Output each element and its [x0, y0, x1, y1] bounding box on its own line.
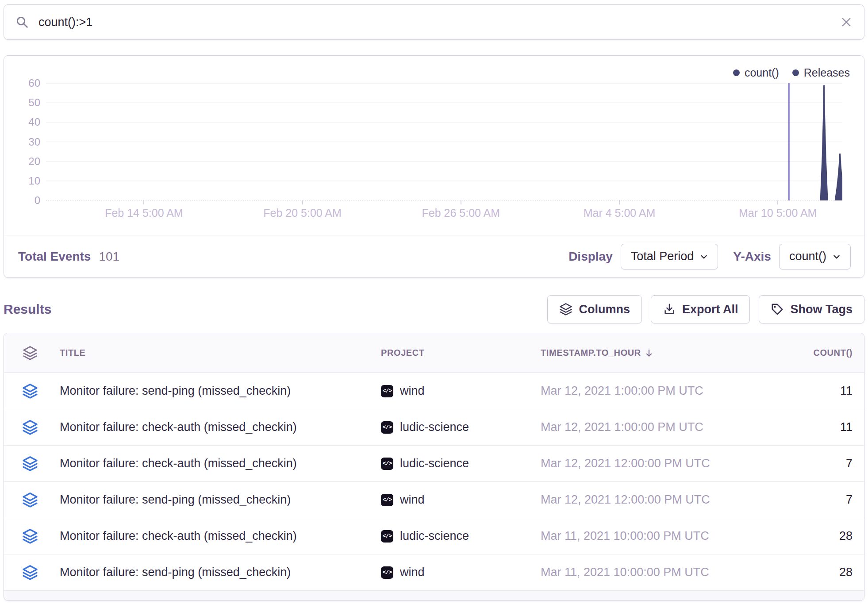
legend-item-releases[interactable]: Releases [792, 66, 850, 79]
y-axis-label: 60 [5, 77, 40, 89]
row-icon-cell [4, 528, 56, 544]
row-title-link[interactable]: Monitor failure: check-auth (missed_chec… [56, 529, 381, 543]
show-tags-button-label: Show Tags [790, 303, 853, 316]
table-header-icon-cell [4, 346, 56, 361]
x-axis-label: Mar 10 5:00 AM [739, 207, 817, 219]
discover-page: count():>1 count() Releases 010203040506… [0, 4, 868, 601]
row-project-cell: </> ludic-science [381, 420, 541, 434]
row-icon-cell [4, 419, 56, 435]
table-row[interactable]: Monitor failure: check-auth (missed_chec… [4, 446, 864, 482]
row-icon-cell [4, 492, 56, 508]
row-timestamp: Mar 11, 2021 10:00:00 PM UTC [541, 529, 740, 543]
column-header-timestamp-label: TIMESTAMP.TO_HOUR [541, 348, 641, 358]
sort-desc-arrow-icon [645, 349, 653, 358]
chart-canvas [46, 83, 842, 200]
project-platform-icon: </> [381, 494, 393, 506]
row-project-name: wind [400, 493, 425, 507]
chevron-down-icon [833, 253, 841, 261]
column-header-project[interactable]: PROJECT [381, 348, 541, 358]
row-title-link[interactable]: Monitor failure: check-auth (missed_chec… [56, 457, 381, 470]
stack-icon [22, 383, 38, 399]
row-project-name: ludic-science [400, 457, 469, 470]
columns-button[interactable]: Columns [547, 295, 642, 323]
column-header-timestamp[interactable]: TIMESTAMP.TO_HOUR [541, 348, 740, 358]
row-timestamp: Mar 12, 2021 12:00:00 PM UTC [541, 493, 740, 507]
total-events-value: 101 [99, 250, 119, 264]
row-title-link[interactable]: Monitor failure: send-ping (missed_check… [56, 384, 381, 398]
row-count: 7 [740, 457, 864, 470]
yaxis-dropdown[interactable]: count() [779, 244, 851, 269]
download-icon [663, 303, 676, 316]
table-row[interactable]: Monitor failure: send-ping (missed_check… [4, 482, 864, 518]
row-timestamp: Mar 12, 2021 1:00:00 PM UTC [541, 384, 740, 398]
yaxis-label: Y-Axis [733, 250, 771, 264]
tag-icon [771, 303, 784, 316]
search-input[interactable]: count():>1 [38, 15, 840, 29]
chevron-down-icon [700, 253, 708, 261]
row-title-link[interactable]: Monitor failure: send-ping (missed_check… [56, 566, 381, 579]
display-label: Display [568, 250, 613, 264]
row-project-cell: </> wind [381, 493, 541, 507]
table-body: Monitor failure: send-ping (missed_check… [4, 373, 864, 591]
row-project-name: wind [400, 566, 425, 579]
x-axis-label: Feb 14 5:00 AM [105, 207, 183, 219]
project-platform-icon: </> [381, 421, 393, 434]
column-header-count[interactable]: COUNT() [740, 348, 864, 358]
table-header-row: TITLE PROJECT TIMESTAMP.TO_HOUR COUNT() [4, 333, 864, 373]
legend-item-count[interactable]: count() [733, 66, 779, 79]
y-axis: 0102030405060 [4, 56, 40, 233]
table-row[interactable]: Monitor failure: send-ping (missed_check… [4, 554, 864, 591]
row-project-cell: </> ludic-science [381, 529, 541, 543]
yaxis-dropdown-value: count() [789, 250, 826, 263]
x-axis-tick [619, 200, 620, 204]
y-axis-label: 30 [5, 136, 40, 148]
stack-icon [22, 456, 38, 472]
row-project-cell: </> ludic-science [381, 457, 541, 470]
row-count: 28 [740, 529, 864, 543]
stack-icon [22, 565, 38, 581]
columns-button-label: Columns [579, 303, 630, 316]
legend-label-releases: Releases [804, 66, 850, 79]
row-project-name: ludic-science [400, 529, 469, 543]
export-all-button[interactable]: Export All [651, 295, 750, 323]
row-project-name: ludic-science [400, 420, 469, 434]
table-row[interactable]: Monitor failure: send-ping (missed_check… [4, 373, 864, 409]
row-timestamp: Mar 12, 2021 12:00:00 PM UTC [541, 457, 740, 470]
y-axis-label: 20 [5, 155, 40, 168]
project-platform-icon: </> [381, 458, 393, 470]
display-dropdown-value: Total Period [631, 250, 694, 263]
y-axis-label: 10 [5, 175, 40, 187]
row-project-name: wind [400, 384, 425, 398]
row-project-cell: </> wind [381, 566, 541, 579]
chart-footer: Total Events 101 Display Total Period Y-… [4, 235, 864, 277]
legend-dot-count [733, 69, 740, 76]
x-axis-tick [461, 200, 461, 204]
x-axis-tick [302, 200, 303, 204]
x-axis-label: Feb 26 5:00 AM [422, 207, 500, 219]
show-tags-button[interactable]: Show Tags [759, 295, 864, 323]
legend-label-count: count() [745, 66, 779, 79]
row-icon-cell [4, 383, 56, 399]
results-header: Results Columns Export All [4, 295, 864, 324]
clear-search-icon[interactable] [840, 16, 853, 28]
legend-dot-releases [792, 69, 799, 76]
display-dropdown[interactable]: Total Period [621, 244, 718, 269]
x-axis-tick [143, 200, 144, 204]
table-row[interactable]: Monitor failure: check-auth (missed_chec… [4, 409, 864, 446]
row-count: 11 [740, 384, 864, 398]
total-events-label: Total Events [18, 250, 91, 264]
row-title-link[interactable]: Monitor failure: check-auth (missed_chec… [56, 420, 381, 434]
row-timestamp: Mar 11, 2021 10:00:00 PM UTC [541, 566, 740, 579]
row-title-link[interactable]: Monitor failure: send-ping (missed_check… [56, 493, 381, 507]
x-axis-label: Feb 20 5:00 AM [263, 207, 342, 219]
table-row[interactable]: Monitor failure: check-auth (missed_chec… [4, 518, 864, 554]
stack-icon [23, 346, 38, 361]
y-axis-label: 50 [5, 96, 40, 109]
row-icon-cell [4, 456, 56, 472]
x-axis-label: Mar 4 5:00 AM [584, 207, 656, 219]
x-axis-tick [777, 200, 778, 204]
export-all-button-label: Export All [682, 303, 738, 316]
column-header-title[interactable]: TITLE [56, 348, 381, 358]
results-table: TITLE PROJECT TIMESTAMP.TO_HOUR COUNT() [4, 333, 864, 601]
project-platform-icon: </> [381, 385, 393, 397]
